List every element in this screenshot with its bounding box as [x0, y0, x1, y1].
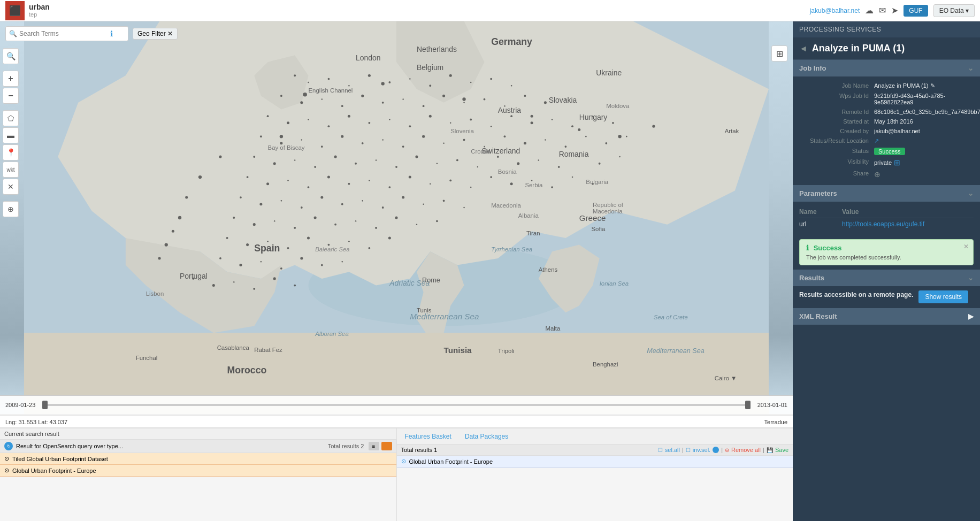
list-view-button[interactable]: ≡ [369, 442, 379, 450]
xml-result-section[interactable]: XML Result ▶ [793, 308, 980, 325]
orange-view-button[interactable] [381, 442, 392, 450]
svg-point-77 [477, 166, 479, 168]
result-item-2[interactable]: ⊙ Global Urban Footprint - Europe [0, 465, 396, 477]
logo-box: ⬛ [5, 1, 25, 20]
share-icon[interactable]: ⊕ [874, 170, 881, 179]
job-info-label: Job Info [799, 64, 826, 72]
visibility-add-icon[interactable]: ⊞ [894, 158, 900, 167]
svg-point-68 [294, 159, 296, 161]
data-packages-tab[interactable]: Data Packages [462, 432, 511, 441]
svg-text:Tunis: Tunis [417, 307, 432, 313]
status-row: Status Success [799, 146, 974, 157]
timeline-date-left: 2009-01-23 [5, 402, 35, 408]
wps-job-id-row: Wps Job Id 9c21bfd9-d43a-45a0-a785-9e598… [799, 91, 974, 107]
svg-point-3 [308, 82, 309, 83]
search-input[interactable] [19, 30, 110, 37]
job-info-body: Job Name Analyze in PUMA (1) ✎ Wps Job I… [793, 76, 980, 185]
inv-sel-link[interactable]: inv.sel. [693, 447, 710, 453]
svg-point-22 [442, 95, 445, 97]
guf-button[interactable]: GUF [904, 5, 928, 17]
svg-text:Morocco: Morocco [227, 365, 267, 376]
checkbox-icon: ☐ [658, 447, 663, 453]
map-container[interactable]: London Belgium Netherlands Germany Ukrai… [0, 21, 793, 414]
svg-text:Balearic Sea: Balearic Sea [315, 246, 350, 252]
svg-text:Alboran Sea: Alboran Sea [315, 331, 349, 337]
navbar: ⬛ urban tep jakub@balhar.net ☁ ✉ ➤ GUF E… [0, 0, 980, 21]
parameters-header[interactable]: Parameters ⌄ [793, 185, 980, 202]
svg-text:Casablanca: Casablanca [217, 344, 250, 351]
clear-button[interactable]: ✕ [3, 179, 19, 195]
svg-point-79 [517, 162, 519, 165]
zoom-in-button[interactable]: + [3, 71, 19, 87]
wkt-button[interactable]: wkt [3, 162, 19, 178]
remove-all-link[interactable]: Remove all [731, 447, 761, 453]
result-item-1-label: Tiled Global Urban Footprint Dataset [12, 456, 108, 462]
result-item-1[interactable]: ⊙ Tiled Global Urban Footprint Dataset [0, 453, 396, 465]
svg-text:Croatia: Croatia [471, 148, 491, 155]
polygon-tool-button[interactable]: ⬠ [3, 110, 19, 126]
svg-point-65 [626, 136, 627, 137]
svg-point-90 [348, 183, 350, 185]
svg-text:London: London [356, 53, 380, 62]
timeline-slider[interactable] [42, 404, 750, 406]
save-link[interactable]: Save [775, 447, 788, 453]
point-tool-button[interactable]: 📍 [3, 144, 19, 160]
svg-text:Bosnia: Bosnia [498, 168, 517, 175]
svg-point-94 [430, 183, 431, 185]
timeline-handle-right[interactable] [745, 401, 751, 409]
created-by-label: Created by [799, 128, 874, 134]
result-item-2-icon: ⊙ [4, 467, 9, 474]
search-zoom-button[interactable]: 🔍 [3, 48, 19, 64]
svg-point-87 [287, 180, 289, 181]
svg-text:Malta: Malta [545, 325, 560, 332]
svg-point-160 [172, 230, 174, 233]
eodata-button[interactable]: EO Data ▾ [933, 4, 975, 17]
svg-point-130 [307, 236, 310, 239]
results-header[interactable]: Results ⌄ [793, 270, 980, 286]
svg-point-107 [320, 196, 323, 199]
timeline-handle-left[interactable] [42, 401, 48, 409]
forward-icon[interactable]: ➤ [891, 5, 898, 16]
svg-text:Funchal: Funchal [136, 355, 157, 361]
save-icon: 💾 [767, 447, 773, 453]
show-results-button[interactable]: Show results [918, 290, 968, 303]
svg-point-124 [416, 224, 418, 225]
job-info-header[interactable]: Job Info ⌄ [793, 60, 980, 76]
visibility-label: Visibility [799, 158, 874, 167]
remove-icon: ⊖ [725, 447, 729, 453]
info-icon[interactable]: ℹ [110, 29, 113, 38]
svg-point-116 [253, 223, 256, 226]
panel-back-button[interactable]: ◄ [799, 44, 808, 53]
layer-control-button[interactable]: ⊞ [771, 45, 787, 62]
svg-point-83 [599, 163, 601, 165]
geo-filter-label: Geo Filter ✕ [137, 30, 173, 37]
panel-title: ◄ Analyze in PUMA (1) [793, 37, 980, 60]
success-alert-title: ℹ Success [806, 244, 967, 252]
share-tool-button[interactable]: ⊕ [3, 201, 19, 217]
parameters-section: Parameters ⌄ Name Value url http://tools… [793, 185, 980, 235]
status-result-link[interactable]: ↗ [874, 137, 974, 144]
zoom-out-button[interactable]: − [3, 88, 19, 104]
svg-point-129 [287, 247, 289, 249]
geo-filter-button[interactable]: Geo Filter ✕ [133, 28, 178, 40]
success-close-button[interactable]: ✕ [963, 243, 969, 250]
svg-point-73 [395, 166, 397, 168]
terradue-label: Terradue [764, 419, 787, 425]
svg-point-51 [341, 135, 343, 138]
features-basket-tab[interactable]: Features Basket [402, 432, 454, 441]
sel-all-link[interactable]: sel.all [665, 447, 680, 453]
status-result-row: Status/Result Location ↗ [799, 136, 974, 146]
user-email[interactable]: jakub@balhar.net [810, 7, 860, 14]
svg-point-56 [443, 143, 445, 144]
map-background: London Belgium Netherlands Germany Ukrai… [0, 21, 793, 414]
basket-item-1[interactable]: ⊙ Global Urban Footprint - Europe [397, 456, 793, 468]
svg-point-54 [402, 145, 404, 148]
svg-point-145 [253, 288, 255, 290]
cloud-icon[interactable]: ☁ [865, 5, 874, 16]
right-panel: Processing Services ◄ Analyze in PUMA (1… [793, 21, 980, 521]
svg-point-26 [524, 95, 526, 97]
mail-icon[interactable]: ✉ [879, 5, 886, 16]
rectangle-tool-button[interactable]: ▬ [3, 127, 19, 143]
visibility-value: private ⊞ [874, 158, 974, 167]
svg-point-127 [246, 243, 249, 246]
